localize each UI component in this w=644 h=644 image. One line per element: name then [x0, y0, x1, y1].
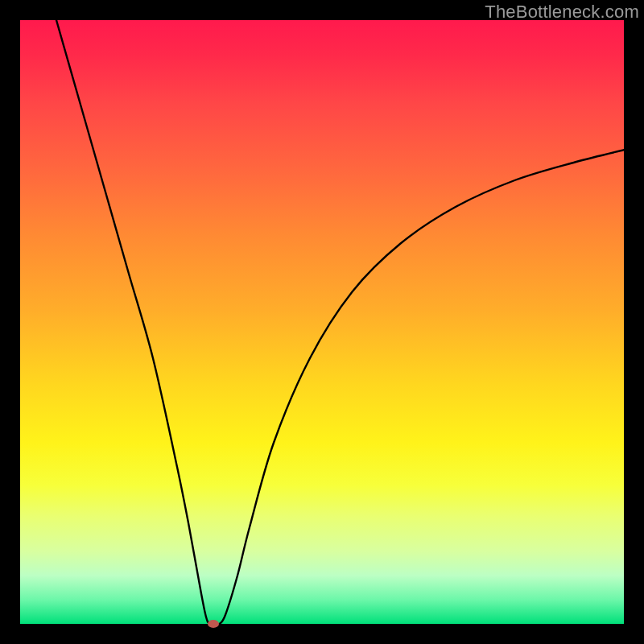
chart-stage: TheBottleneck.com: [0, 0, 644, 644]
curve-svg: [20, 20, 624, 624]
minimum-marker: [208, 620, 219, 628]
bottleneck-curve: [56, 20, 624, 624]
plot-area: [20, 20, 624, 624]
